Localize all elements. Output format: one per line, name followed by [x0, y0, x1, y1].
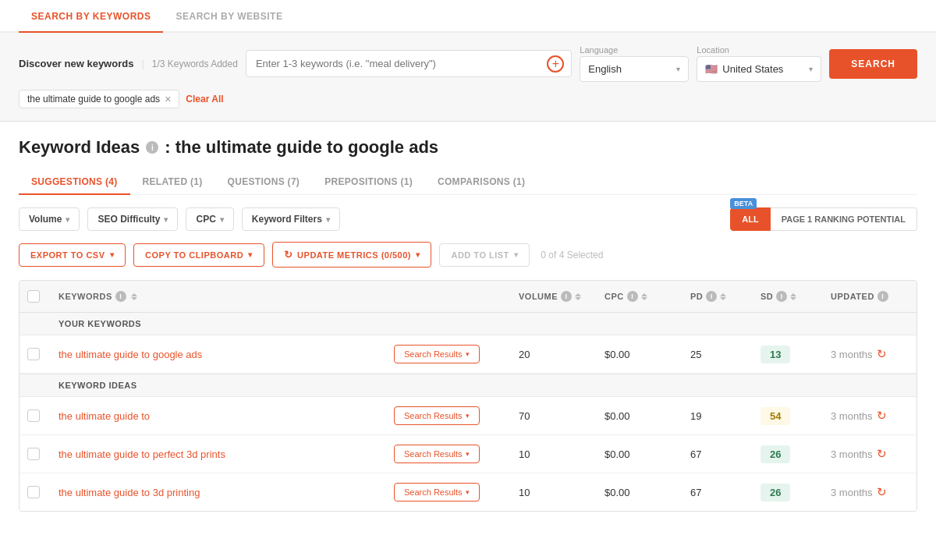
row2-keyword-cell[interactable]: the ultimate guide to [51, 401, 386, 431]
row2-search-results-chevron: ▾ [466, 412, 470, 420]
row2-search-results-button[interactable]: Search Results ▾ [394, 406, 480, 425]
th-checkbox[interactable] [20, 281, 51, 312]
row1-keyword-cell[interactable]: the ultimate guide to google ads [51, 339, 386, 370]
add-keyword-icon[interactable]: + [547, 55, 564, 73]
row4-pd-cell: 67 [682, 477, 753, 508]
search-button[interactable]: SEARCH [829, 49, 917, 79]
row3-checkbox[interactable] [27, 448, 40, 460]
tag-remove-icon[interactable]: × [165, 94, 171, 105]
pd-sort-icon[interactable] [720, 293, 726, 300]
tags-row: the ultimate guide to google ads × Clear… [19, 90, 917, 108]
location-select[interactable]: 🇺🇸 United States ▾ [697, 56, 821, 82]
seo-difficulty-filter-label: SEO Difficulty [98, 214, 160, 225]
title-text: Keyword Ideas [19, 137, 140, 158]
selected-count: 0 of 4 Selected [541, 250, 603, 261]
row4-checkbox-cell [20, 477, 51, 508]
row1-updated-cell: 3 months ↻ [823, 338, 916, 370]
language-chevron-icon: ▾ [676, 65, 680, 73]
copy-clipboard-button[interactable]: COPY TO CLIPBOARD ▾ [133, 243, 264, 267]
sd-info-icon[interactable]: i [776, 291, 787, 302]
title-info-icon[interactable]: i [146, 141, 158, 154]
row3-refresh-icon[interactable]: ↻ [877, 447, 887, 461]
volume-filter[interactable]: Volume ▾ [19, 207, 80, 231]
language-select[interactable]: English ▾ [580, 56, 689, 82]
pd-info-icon[interactable]: i [706, 291, 717, 302]
row2-volume-cell: 70 [511, 401, 597, 431]
clear-all-button[interactable]: Clear All [186, 94, 223, 105]
tab-comparisons[interactable]: COMPARISONS (1) [425, 170, 537, 195]
tab-related[interactable]: RELATED (1) [130, 170, 215, 195]
view-all-button[interactable]: ALL [730, 207, 770, 231]
volume-info-icon[interactable]: i [561, 291, 572, 302]
add-to-list-button[interactable]: ADD TO LIST ▾ [439, 243, 530, 267]
cpc-sort-icon[interactable] [641, 293, 647, 300]
row4-search-results-button[interactable]: Search Results ▾ [394, 483, 480, 502]
row2-pd-cell: 19 [682, 401, 753, 431]
cpc-filter[interactable]: CPC ▾ [186, 207, 233, 231]
title-subtitle: : the ultimate guide to google ads [165, 137, 438, 158]
volume-filter-label: Volume [29, 214, 62, 225]
row3-cpc-cell: $0.00 [597, 439, 682, 470]
row3-action-cell: Search Results ▾ [386, 435, 511, 473]
keywords-sort-icon[interactable] [131, 293, 137, 300]
row1-search-results-button[interactable]: Search Results ▾ [394, 345, 480, 363]
row2-sd-badge: 54 [760, 407, 790, 425]
export-csv-label: EXPORT TO CSV [30, 250, 105, 260]
tab-questions[interactable]: QUESTIONS (7) [215, 170, 313, 195]
th-keyword-action [386, 281, 511, 312]
row1-refresh-icon[interactable]: ↻ [877, 347, 887, 361]
copy-chevron-icon: ▾ [248, 250, 253, 259]
row3-volume-cell: 10 [511, 439, 597, 470]
tab-prepositions[interactable]: PREPOSITIONS (1) [312, 170, 425, 195]
sd-sort-icon[interactable] [790, 293, 796, 300]
row2-updated-value: 3 months [831, 410, 872, 422]
section-header-your-keywords: YOUR KEYWORDS [20, 313, 916, 335]
volume-sort-icon[interactable] [575, 293, 581, 300]
keywords-info-icon[interactable]: i [115, 291, 126, 302]
updated-info-icon[interactable]: i [878, 291, 888, 302]
row2-refresh-icon[interactable]: ↻ [877, 409, 887, 423]
view-page1-button[interactable]: PAGE 1 RANKING POTENTIAL [771, 207, 917, 231]
row3-updated-value: 3 months [831, 448, 872, 460]
row4-refresh-icon[interactable]: ↻ [877, 485, 887, 499]
th-updated-label: UPDATED [831, 292, 874, 301]
row1-checkbox[interactable] [27, 348, 40, 360]
search-section: Discover new keywords | 1/3 Keywords Add… [0, 33, 936, 122]
tab-search-by-website[interactable]: Search By Website [163, 0, 295, 33]
row2-updated-cell: 3 months ↻ [823, 399, 916, 432]
view-toggle: BETA ALL PAGE 1 RANKING POTENTIAL [730, 207, 917, 231]
location-label: Location [697, 45, 821, 55]
keyword-input[interactable] [246, 50, 572, 77]
refresh-icon: ↻ [284, 249, 293, 261]
section-header-keyword-ideas: KEYWORD IDEAS [20, 374, 916, 397]
language-value: English [588, 63, 622, 75]
tab-suggestions[interactable]: SUGGESTIONS (4) [19, 170, 130, 195]
row3-keyword-cell[interactable]: the ultimate guide to perfect 3d prints [51, 439, 386, 470]
header-checkbox[interactable] [27, 290, 40, 303]
row3-search-results-button[interactable]: Search Results ▾ [394, 445, 480, 463]
row4-cpc-cell: $0.00 [597, 477, 682, 508]
table-row: the ultimate guide to google ads Search … [20, 335, 916, 374]
row4-updated-value: 3 months [831, 487, 872, 498]
actions-row: EXPORT TO CSV ▾ COPY TO CLIPBOARD ▾ ↻ UP… [19, 242, 917, 268]
row3-updated-cell: 3 months ↻ [823, 438, 916, 470]
location-chevron-icon: ▾ [809, 65, 813, 73]
update-metrics-button[interactable]: ↻ UPDATE METRICS (0/500) ▾ [272, 242, 432, 268]
update-metrics-label: UPDATE METRICS (0/500) [297, 250, 411, 260]
cpc-chevron-icon: ▾ [220, 215, 224, 224]
th-sd: SD i [753, 281, 823, 312]
row4-sd-cell: 26 [753, 474, 823, 511]
row2-sd-cell: 54 [753, 398, 823, 434]
tab-search-by-keywords[interactable]: Search By Keywords [19, 0, 163, 33]
keyword-filters-chevron-icon: ▾ [326, 215, 330, 224]
row4-checkbox[interactable] [27, 486, 40, 498]
row2-checkbox[interactable] [27, 409, 40, 422]
row2-action-cell: Search Results ▾ [386, 397, 511, 434]
row1-cpc-cell: $0.00 [597, 339, 682, 370]
keyword-filters-filter[interactable]: Keyword Filters ▾ [242, 207, 340, 231]
cpc-info-icon[interactable]: i [627, 291, 638, 302]
row4-updated-cell: 3 months ↻ [823, 476, 916, 509]
export-csv-button[interactable]: EXPORT TO CSV ▾ [19, 243, 126, 267]
seo-difficulty-filter[interactable]: SEO Difficulty ▾ [87, 207, 178, 231]
row4-keyword-cell[interactable]: the ultimate guide to 3d printing [51, 477, 386, 508]
